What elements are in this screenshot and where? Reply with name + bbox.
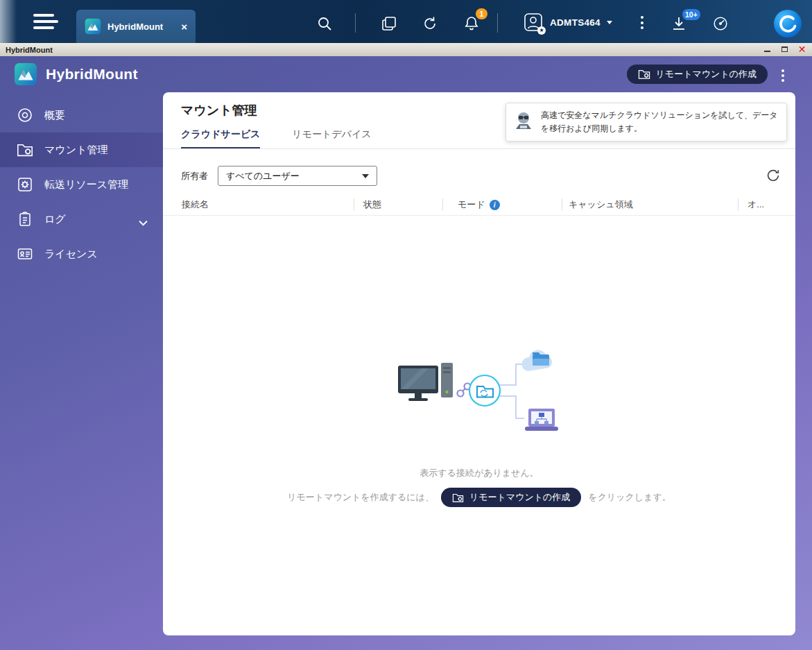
license-icon bbox=[17, 246, 33, 262]
window-title: HybridMount bbox=[6, 46, 53, 54]
column-header-connection-name[interactable]: 接続名 bbox=[182, 198, 209, 211]
log-icon bbox=[17, 211, 33, 228]
create-remote-mount-inline-label: リモートマウントの作成 bbox=[469, 491, 570, 504]
sidebar-item-transfer-resources[interactable]: 転送リソース管理 bbox=[0, 167, 163, 202]
notification-badge: 1 bbox=[476, 8, 487, 19]
promo-tip-box: 高速で安全なマルチクラウドソリューションを試して、データを移行および同期します。 bbox=[506, 103, 787, 142]
column-divider bbox=[354, 198, 354, 211]
owner-select-value: すべてのユーザー bbox=[226, 170, 300, 182]
sidebar-item-label: ライセンス bbox=[44, 248, 98, 261]
mount-icon bbox=[452, 493, 464, 503]
page-title: マウント管理 bbox=[181, 102, 257, 119]
file-station-icon[interactable] bbox=[380, 15, 398, 33]
maximize-button[interactable] bbox=[779, 44, 791, 54]
promo-tip-text: 高速で安全なマルチクラウドソリューションを試して、データを移行および同期します。 bbox=[541, 109, 778, 135]
chevron-down-icon bbox=[362, 174, 369, 178]
user-menu[interactable]: ★ ADMTS464 bbox=[523, 12, 612, 33]
table-header-row: 接続名 状態 モード i キャッシュ領域 オ... bbox=[163, 195, 795, 216]
main-content-panel: マウント管理 クラウドサービス リモートデバイス 高速で安全なマルチクラウドソリ… bbox=[163, 92, 795, 635]
transfer-resources-icon bbox=[17, 176, 33, 193]
assistant-icon bbox=[513, 111, 534, 133]
user-name: ADMTS464 bbox=[550, 17, 601, 28]
refresh-icon[interactable] bbox=[766, 168, 782, 185]
column-header-mode[interactable]: モード i bbox=[458, 198, 500, 211]
sidebar-item-log[interactable]: ログ bbox=[0, 202, 163, 237]
tab-close-icon[interactable]: × bbox=[181, 22, 187, 32]
dashboard-icon[interactable] bbox=[711, 15, 729, 33]
sidebar-item-label: ログ bbox=[44, 213, 66, 226]
hint-prefix: リモートマウントを作成するには、 bbox=[287, 491, 434, 504]
column-header-status[interactable]: 状態 bbox=[363, 198, 381, 211]
empty-state-message: 表示する接続がありません。 bbox=[163, 467, 795, 479]
sidebar-item-license[interactable]: ライセンス bbox=[0, 237, 163, 271]
info-icon[interactable]: i bbox=[490, 200, 500, 210]
column-divider bbox=[738, 198, 738, 211]
tab-remote-devices[interactable]: リモートデバイス bbox=[292, 128, 371, 149]
mount-management-icon bbox=[17, 142, 33, 158]
column-divider bbox=[562, 198, 562, 211]
more-options-icon[interactable] bbox=[637, 15, 648, 31]
hybridmount-logo-icon bbox=[14, 62, 37, 86]
tab-bar: クラウドサービス リモートデバイス bbox=[181, 128, 372, 149]
minimize-button[interactable] bbox=[761, 44, 773, 54]
create-remote-mount-button[interactable]: リモートマウントの作成 bbox=[627, 65, 768, 84]
app-more-options-icon[interactable] bbox=[777, 67, 788, 84]
tasks-badge: 10+ bbox=[682, 9, 700, 20]
column-header-mode-label: モード bbox=[458, 198, 485, 211]
owner-label: 所有者 bbox=[181, 170, 208, 182]
topbar-divider bbox=[497, 13, 498, 33]
close-button[interactable]: ✕ bbox=[796, 44, 808, 54]
user-star-badge: ★ bbox=[537, 26, 546, 35]
hint-suffix: をクリックします。 bbox=[588, 491, 671, 504]
chevron-down-icon[interactable] bbox=[139, 216, 148, 229]
desktop-topbar: HybridMount × 1 ★ ADMTS464 bbox=[0, 0, 812, 43]
owner-select[interactable]: すべてのユーザー bbox=[218, 166, 377, 186]
column-header-options[interactable]: オ... bbox=[748, 198, 764, 211]
sidebar-item-label: 概要 bbox=[44, 109, 65, 122]
qnap-logo[interactable] bbox=[772, 8, 803, 39]
empty-state-illustration bbox=[386, 341, 573, 447]
sidebar-item-overview[interactable]: 概要 bbox=[0, 98, 163, 132]
column-divider bbox=[442, 198, 443, 211]
screen: HybridMount × 1 ★ ADMTS464 bbox=[0, 0, 812, 650]
owner-filter-row: 所有者 すべてのユーザー bbox=[181, 166, 377, 186]
topbar-divider bbox=[355, 13, 356, 33]
main-menu-icon[interactable] bbox=[33, 14, 58, 29]
sidebar: 概要 マウント管理 転送リソース管理 ログ bbox=[0, 98, 163, 271]
window-controls: ✕ bbox=[761, 44, 808, 54]
user-avatar-icon: ★ bbox=[523, 12, 544, 33]
hybridmount-app-icon bbox=[85, 18, 101, 35]
create-remote-mount-button-inline[interactable]: リモートマウントの作成 bbox=[441, 488, 581, 507]
sync-status-icon[interactable] bbox=[421, 15, 439, 33]
hybridmount-window: HybridMount リモートマウントの作成 概要 マウン bbox=[0, 56, 812, 650]
tab-cloud-services[interactable]: クラウドサービス bbox=[181, 128, 260, 149]
tabs-divider bbox=[163, 148, 795, 149]
overview-icon bbox=[17, 107, 33, 123]
sidebar-item-mount-management[interactable]: マウント管理 bbox=[0, 132, 163, 167]
chevron-down-icon bbox=[607, 21, 612, 24]
mount-icon bbox=[638, 69, 650, 80]
create-remote-mount-label: リモートマウントの作成 bbox=[656, 68, 757, 80]
empty-state-hint: リモートマウントを作成するには、 リモートマウントの作成 をクリックします。 bbox=[163, 488, 795, 507]
app-tab-hybridmount[interactable]: HybridMount × bbox=[76, 10, 196, 43]
window-titlebar: HybridMount ✕ bbox=[0, 43, 812, 56]
tab-label: HybridMount bbox=[107, 22, 175, 32]
sidebar-item-label: 転送リソース管理 bbox=[44, 178, 128, 191]
sidebar-item-label: マウント管理 bbox=[44, 144, 107, 157]
app-title: HybridMount bbox=[46, 66, 138, 83]
column-header-cache-space[interactable]: キャッシュ領域 bbox=[569, 198, 633, 211]
app-header: HybridMount リモートマウントの作成 bbox=[0, 56, 812, 92]
search-icon[interactable] bbox=[316, 15, 334, 33]
